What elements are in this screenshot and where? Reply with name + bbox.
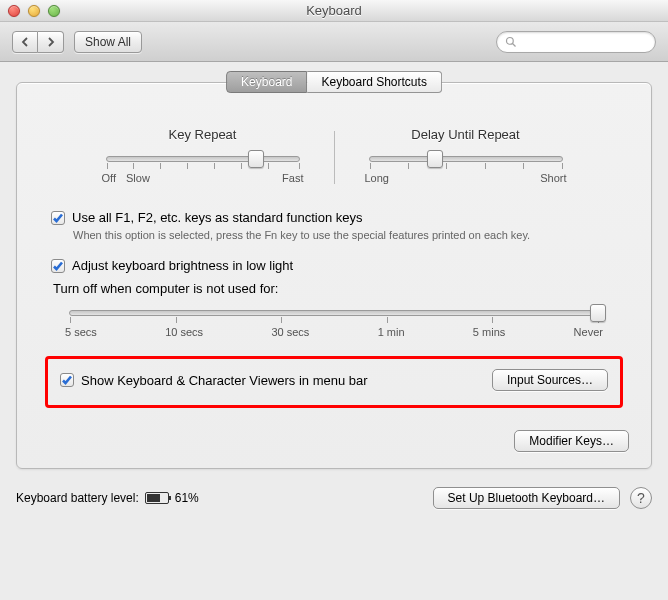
search-icon	[505, 36, 517, 48]
key-repeat-title: Key Repeat	[98, 127, 308, 142]
tab-bar: Keyboard Keyboard Shortcuts	[226, 71, 442, 93]
turnoff-tick-4: 5 mins	[473, 326, 505, 338]
check-icon	[52, 212, 64, 224]
brightness-label: Adjust keyboard brightness in low light	[72, 258, 293, 273]
turnoff-tick-1: 10 secs	[165, 326, 203, 338]
key-repeat-slider[interactable]	[106, 156, 300, 162]
key-repeat-fast-label: Fast	[282, 172, 303, 184]
brightness-row: Adjust keyboard brightness in low light	[51, 258, 617, 273]
minimize-icon[interactable]	[28, 5, 40, 17]
search-field[interactable]	[496, 31, 656, 53]
check-icon	[61, 374, 73, 386]
chevron-left-icon	[20, 37, 30, 47]
tab-keyboard[interactable]: Keyboard	[226, 71, 307, 93]
forward-button[interactable]	[38, 31, 64, 53]
battery-percent: 61%	[175, 491, 199, 505]
fn-keys-label: Use all F1, F2, etc. keys as standard fu…	[72, 210, 362, 225]
battery-icon	[145, 492, 169, 504]
keyboard-viewer-checkbox[interactable]	[60, 373, 74, 387]
turnoff-tick-0: 5 secs	[65, 326, 97, 338]
delay-repeat-slider[interactable]	[369, 156, 563, 162]
delay-repeat-thumb[interactable]	[427, 150, 443, 168]
turnoff-tick-2: 30 secs	[271, 326, 309, 338]
input-sources-button[interactable]: Input Sources…	[492, 369, 608, 391]
traffic-lights	[8, 5, 60, 17]
back-button[interactable]	[12, 31, 38, 53]
fn-keys-row: Use all F1, F2, etc. keys as standard fu…	[51, 210, 617, 225]
turnoff-slider[interactable]	[69, 310, 599, 316]
tab-shortcuts[interactable]: Keyboard Shortcuts	[307, 71, 441, 93]
zoom-icon[interactable]	[48, 5, 60, 17]
show-all-button[interactable]: Show All	[74, 31, 142, 53]
fn-keys-checkbox[interactable]	[51, 211, 65, 225]
key-repeat-group: Key Repeat Off Slow Fast	[98, 127, 308, 184]
battery-group: Keyboard battery level: 61%	[16, 491, 199, 505]
fn-keys-hint: When this option is selected, press the …	[73, 228, 617, 242]
turnoff-label: Turn off when computer is not used for:	[53, 281, 617, 296]
close-icon[interactable]	[8, 5, 20, 17]
keyboard-pane: Keyboard Keyboard Shortcuts Key Repeat O…	[16, 82, 652, 469]
toolbar: Show All	[0, 22, 668, 62]
turnoff-tick-5: Never	[574, 326, 603, 338]
delay-repeat-group: Delay Until Repeat Long Short	[361, 127, 571, 184]
help-button[interactable]: ?	[630, 487, 652, 509]
nav-segment	[12, 31, 64, 53]
svg-point-0	[507, 37, 514, 44]
brightness-checkbox[interactable]	[51, 259, 65, 273]
delay-short-label: Short	[540, 172, 566, 184]
modifier-keys-button[interactable]: Modifier Keys…	[514, 430, 629, 452]
turnoff-slider-group: 5 secs 10 secs 30 secs 1 min 5 mins Neve…	[61, 310, 607, 338]
key-repeat-slow-label: Slow	[126, 172, 150, 184]
highlighted-region: Show Keyboard & Character Viewers in men…	[45, 356, 623, 408]
titlebar: Keyboard	[0, 0, 668, 22]
turnoff-tick-3: 1 min	[378, 326, 405, 338]
window-title: Keyboard	[0, 3, 668, 18]
slider-divider	[334, 131, 335, 184]
turnoff-thumb[interactable]	[590, 304, 606, 322]
battery-label: Keyboard battery level:	[16, 491, 139, 505]
key-repeat-thumb[interactable]	[248, 150, 264, 168]
chevron-right-icon	[46, 37, 56, 47]
footer: Keyboard battery level: 61% Set Up Bluet…	[0, 481, 668, 509]
keyboard-viewer-label: Show Keyboard & Character Viewers in men…	[81, 373, 368, 388]
check-icon	[52, 260, 64, 272]
key-repeat-off-label: Off	[102, 172, 116, 184]
delay-long-label: Long	[365, 172, 389, 184]
search-input[interactable]	[521, 35, 647, 49]
svg-line-1	[513, 43, 516, 46]
delay-repeat-title: Delay Until Repeat	[361, 127, 571, 142]
bluetooth-keyboard-button[interactable]: Set Up Bluetooth Keyboard…	[433, 487, 620, 509]
